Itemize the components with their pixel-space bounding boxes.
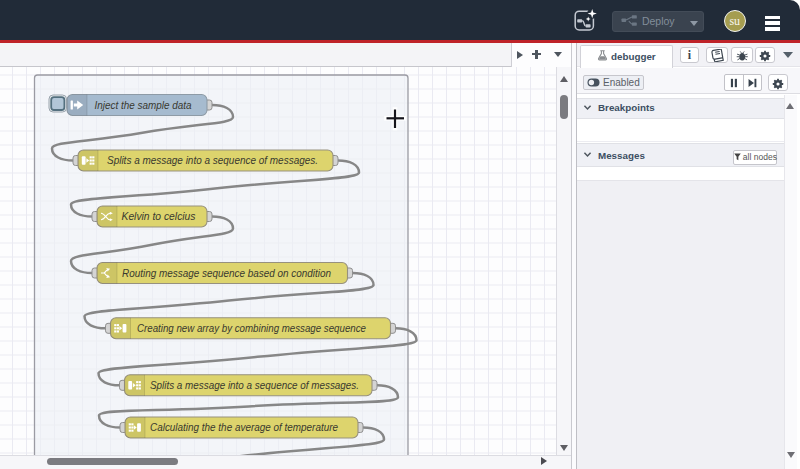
svg-text:Creating new array by combinin: Creating new array by combining message … [137,323,366,334]
svg-text:Splits a message into a sequen: Splits a message into a sequence of mess… [107,155,318,166]
svg-text:Inject the sample data: Inject the sample data [95,100,192,111]
svg-text:Kelvin to celcius: Kelvin to celcius [122,211,196,222]
svg-text:Routing message sequence based: Routing message sequence based on condit… [122,268,331,279]
svg-text:Calculating the the average of: Calculating the the average of temperatu… [150,422,338,433]
svg-text:Splits a message into a sequen: Splits a message into a sequence of mess… [150,380,359,391]
